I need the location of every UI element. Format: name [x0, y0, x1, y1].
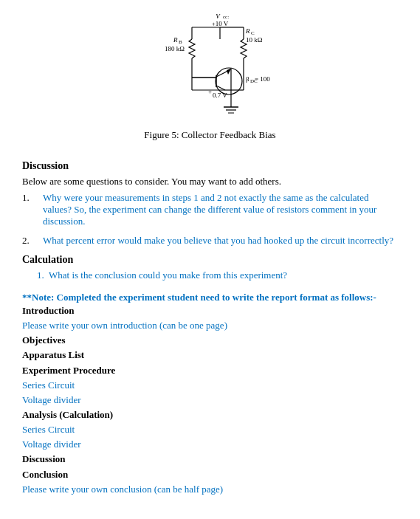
svg-text:0.7 V: 0.7 V: [213, 92, 227, 99]
report-list-item: Series Circuit: [22, 422, 398, 437]
svg-text:β: β: [246, 75, 249, 83]
question-2: 2. What percent error would make you bel…: [22, 235, 398, 247]
svg-text:R: R: [245, 27, 250, 35]
discussion-title: Discussion: [22, 160, 398, 172]
report-list-item: Conclusion: [22, 467, 398, 482]
note-section: **Note: Completed the experiment student…: [22, 292, 398, 497]
calculation-section: Calculation 1. What is the conclusion co…: [22, 254, 398, 281]
note-text: **Note: Completed the experiment student…: [22, 292, 398, 303]
report-list-item: Analysis (Calculation): [22, 408, 398, 422]
svg-text:B: B: [179, 39, 182, 45]
svg-text:= 100: = 100: [255, 75, 270, 83]
page: V cc: +10 V R C 10 kΩ R B 180 kΩ: [0, 0, 420, 519]
calc-item-1: 1. What is the conclusion could you make…: [37, 269, 398, 281]
question-1: 1. Why were your measurements in steps 1…: [22, 192, 398, 227]
report-list-item: Experiment Procedure: [22, 363, 398, 378]
svg-text:V: V: [216, 13, 221, 20]
discussion-section: Discussion Below are some questions to c…: [22, 160, 398, 247]
q1-text: Why were your measurements in steps 1 an…: [43, 192, 398, 227]
svg-text:180 kΩ: 180 kΩ: [165, 45, 185, 52]
report-list-item: Apparatus List: [22, 348, 398, 362]
discussion-intro: Below are some questions to consider. Yo…: [22, 176, 398, 188]
q2-text: What percent error would make you believ…: [43, 235, 398, 247]
svg-text:+10 V: +10 V: [211, 20, 228, 27]
svg-text:cc:: cc:: [223, 14, 229, 20]
circuit-diagram: V cc: +10 V R C 10 kΩ R B 180 kΩ: [137, 11, 284, 129]
circuit-container: V cc: +10 V R C 10 kΩ R B 180 kΩ: [22, 7, 398, 154]
report-list-item: Please write your own conclusion (can be…: [22, 482, 398, 497]
svg-text:10 kΩ: 10 kΩ: [246, 36, 263, 44]
report-list-item: Voltage divider: [22, 437, 398, 452]
calculation-title: Calculation: [22, 254, 398, 266]
svg-text:C: C: [251, 30, 255, 36]
q2-num: 2.: [22, 235, 43, 247]
report-list: IntroductionPlease write your own introd…: [22, 303, 398, 497]
report-list-item: Discussion: [22, 452, 398, 467]
report-list-item: Series Circuit: [22, 378, 398, 393]
svg-marker-22: [227, 69, 231, 75]
figure-caption: Figure 5: Collector Feedback Bias: [144, 129, 275, 141]
svg-text:+: +: [208, 88, 212, 95]
report-list-item: Objectives: [22, 333, 398, 348]
report-list-item: Introduction: [22, 303, 398, 318]
report-list-item: Please write your own introduction (can …: [22, 318, 398, 333]
q1-num: 1.: [22, 192, 43, 227]
report-list-item: Voltage divider: [22, 393, 398, 408]
svg-text:R: R: [173, 36, 178, 44]
